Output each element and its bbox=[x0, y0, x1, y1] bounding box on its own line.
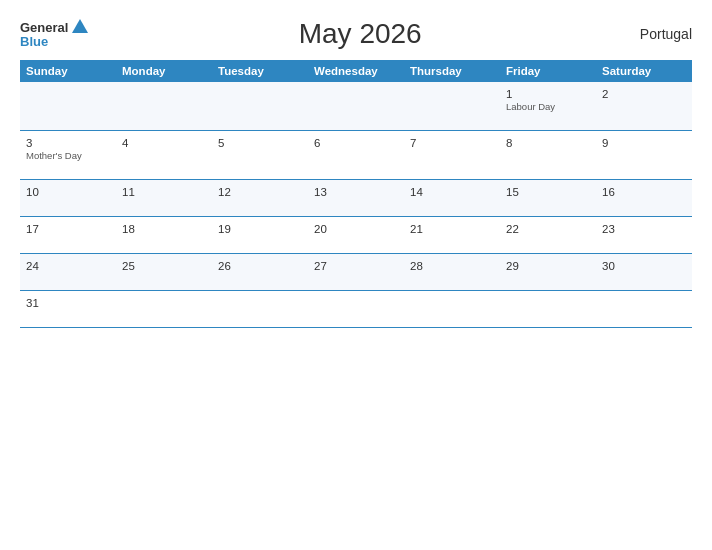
calendar-cell: 25 bbox=[116, 254, 212, 291]
logo-text: General Blue bbox=[20, 19, 88, 49]
day-number: 12 bbox=[218, 186, 302, 198]
weekday-header: Wednesday bbox=[308, 60, 404, 82]
logo-row1: General bbox=[20, 19, 88, 35]
calendar-cell bbox=[212, 82, 308, 131]
weekday-header: Friday bbox=[500, 60, 596, 82]
calendar-cell: 20 bbox=[308, 217, 404, 254]
calendar-cell: 30 bbox=[596, 254, 692, 291]
calendar-cell: 1Labour Day bbox=[500, 82, 596, 131]
calendar-cell bbox=[404, 291, 500, 328]
calendar-cell: 15 bbox=[500, 180, 596, 217]
day-number: 18 bbox=[122, 223, 206, 235]
day-number: 13 bbox=[314, 186, 398, 198]
calendar-cell: 31 bbox=[20, 291, 116, 328]
calendar-cell: 13 bbox=[308, 180, 404, 217]
calendar-cell: 10 bbox=[20, 180, 116, 217]
day-number: 9 bbox=[602, 137, 686, 149]
day-number: 27 bbox=[314, 260, 398, 272]
weekday-header: Thursday bbox=[404, 60, 500, 82]
holiday-label: Mother's Day bbox=[26, 150, 110, 161]
day-number: 23 bbox=[602, 223, 686, 235]
calendar-cell: 12 bbox=[212, 180, 308, 217]
day-number: 29 bbox=[506, 260, 590, 272]
calendar-week-row: 31 bbox=[20, 291, 692, 328]
weekday-header: Sunday bbox=[20, 60, 116, 82]
calendar-cell: 4 bbox=[116, 131, 212, 180]
calendar-cell: 22 bbox=[500, 217, 596, 254]
logo-blue-text: Blue bbox=[20, 35, 48, 49]
calendar-cell bbox=[404, 82, 500, 131]
calendar-cell: 21 bbox=[404, 217, 500, 254]
calendar-cell: 7 bbox=[404, 131, 500, 180]
month-title: May 2026 bbox=[88, 18, 632, 50]
day-number: 11 bbox=[122, 186, 206, 198]
calendar-cell: 2 bbox=[596, 82, 692, 131]
day-number: 4 bbox=[122, 137, 206, 149]
calendar-cell: 18 bbox=[116, 217, 212, 254]
calendar-cell: 6 bbox=[308, 131, 404, 180]
calendar-cell bbox=[596, 291, 692, 328]
day-number: 16 bbox=[602, 186, 686, 198]
calendar-cell: 11 bbox=[116, 180, 212, 217]
calendar-week-row: 1Labour Day2 bbox=[20, 82, 692, 131]
country-label: Portugal bbox=[632, 26, 692, 42]
weekday-header-row: SundayMondayTuesdayWednesdayThursdayFrid… bbox=[20, 60, 692, 82]
day-number: 19 bbox=[218, 223, 302, 235]
calendar-cell: 26 bbox=[212, 254, 308, 291]
calendar-cell: 5 bbox=[212, 131, 308, 180]
day-number: 31 bbox=[26, 297, 110, 309]
weekday-header: Monday bbox=[116, 60, 212, 82]
calendar-cell bbox=[500, 291, 596, 328]
calendar-week-row: 24252627282930 bbox=[20, 254, 692, 291]
day-number: 2 bbox=[602, 88, 686, 100]
logo: General Blue bbox=[20, 19, 88, 49]
calendar-cell: 17 bbox=[20, 217, 116, 254]
day-number: 5 bbox=[218, 137, 302, 149]
calendar-cell: 16 bbox=[596, 180, 692, 217]
calendar-cell: 3Mother's Day bbox=[20, 131, 116, 180]
calendar-cell: 24 bbox=[20, 254, 116, 291]
day-number: 8 bbox=[506, 137, 590, 149]
weekday-header: Saturday bbox=[596, 60, 692, 82]
day-number: 26 bbox=[218, 260, 302, 272]
day-number: 25 bbox=[122, 260, 206, 272]
calendar-cell bbox=[116, 291, 212, 328]
calendar-week-row: 17181920212223 bbox=[20, 217, 692, 254]
calendar-cell bbox=[116, 82, 212, 131]
calendar-cell: 29 bbox=[500, 254, 596, 291]
calendar-cell bbox=[308, 82, 404, 131]
holiday-label: Labour Day bbox=[506, 101, 590, 112]
day-number: 6 bbox=[314, 137, 398, 149]
day-number: 3 bbox=[26, 137, 110, 149]
calendar-page: General Blue May 2026 Portugal SundayMon… bbox=[0, 0, 712, 550]
day-number: 15 bbox=[506, 186, 590, 198]
calendar-week-row: 10111213141516 bbox=[20, 180, 692, 217]
calendar-cell bbox=[308, 291, 404, 328]
logo-triangle-icon bbox=[72, 19, 88, 33]
day-number: 21 bbox=[410, 223, 494, 235]
day-number: 22 bbox=[506, 223, 590, 235]
calendar-cell: 14 bbox=[404, 180, 500, 217]
calendar-cell: 27 bbox=[308, 254, 404, 291]
calendar-cell bbox=[20, 82, 116, 131]
day-number: 14 bbox=[410, 186, 494, 198]
calendar-table: SundayMondayTuesdayWednesdayThursdayFrid… bbox=[20, 60, 692, 328]
calendar-cell: 19 bbox=[212, 217, 308, 254]
logo-general-text: General bbox=[20, 21, 68, 35]
day-number: 17 bbox=[26, 223, 110, 235]
day-number: 28 bbox=[410, 260, 494, 272]
day-number: 10 bbox=[26, 186, 110, 198]
day-number: 1 bbox=[506, 88, 590, 100]
calendar-cell: 9 bbox=[596, 131, 692, 180]
weekday-header: Tuesday bbox=[212, 60, 308, 82]
day-number: 20 bbox=[314, 223, 398, 235]
calendar-cell: 8 bbox=[500, 131, 596, 180]
calendar-cell: 23 bbox=[596, 217, 692, 254]
calendar-cell: 28 bbox=[404, 254, 500, 291]
calendar-cell bbox=[212, 291, 308, 328]
day-number: 7 bbox=[410, 137, 494, 149]
header: General Blue May 2026 Portugal bbox=[20, 18, 692, 50]
day-number: 30 bbox=[602, 260, 686, 272]
day-number: 24 bbox=[26, 260, 110, 272]
calendar-week-row: 3Mother's Day456789 bbox=[20, 131, 692, 180]
